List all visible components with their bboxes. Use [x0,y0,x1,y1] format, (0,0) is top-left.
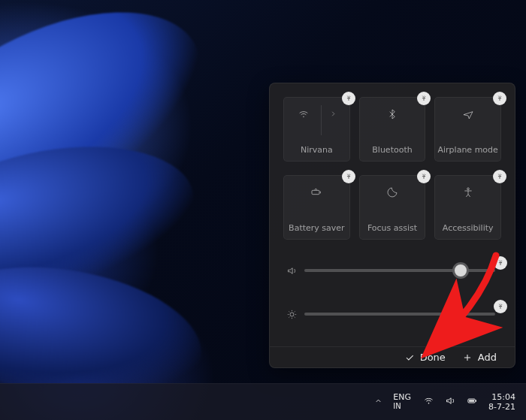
tile-label: Airplane mode [438,145,498,155]
svg-point-4 [428,403,430,404]
wifi-tray-icon[interactable] [423,395,434,409]
unpin-icon[interactable] [417,170,431,183]
language-indicator[interactable]: ENG IN [393,393,411,411]
wifi-icon [284,108,349,120]
svg-point-0 [303,116,304,118]
bluetooth-icon [360,108,425,120]
brightness-thumb[interactable] [449,306,465,322]
tile-label: Nirvana [301,145,333,155]
clock[interactable]: 15:04 8-7-21 [488,392,515,412]
volume-icon [283,265,300,276]
add-label: Add [478,352,497,363]
volume-tray-icon[interactable] [445,395,456,409]
add-button[interactable]: Add [462,352,497,363]
brightness-icon [283,309,300,320]
volume-slider[interactable] [283,259,501,282]
battery-tray-icon[interactable] [467,395,478,409]
unpin-icon[interactable] [417,92,431,105]
tile-label: Battery saver [289,223,344,233]
svg-point-2 [467,188,469,190]
done-label: Done [420,352,446,363]
check-icon [404,352,415,363]
unpin-icon[interactable] [342,170,355,183]
quick-settings-panel: Nirvana Bluetooth Airplane [269,83,515,368]
panel-footer: Done Add [270,346,515,367]
clock-date: 8-7-21 [488,402,515,412]
tile-focus-assist[interactable]: Focus assist [359,175,426,240]
brightness-slider[interactable] [283,303,501,325]
taskbar: ENG IN 15:04 8-7-21 [0,383,526,420]
focus-assist-icon [360,186,425,198]
svg-rect-1 [312,190,319,194]
tile-bluetooth[interactable]: Bluetooth [359,97,426,162]
unpin-icon[interactable] [493,92,506,105]
accessibility-icon [435,186,500,198]
language-line2: IN [393,402,411,411]
unpin-icon[interactable] [342,92,355,105]
svg-point-3 [290,313,294,316]
unpin-icon[interactable] [494,300,507,313]
tile-accessibility[interactable]: Accessibility [434,175,501,240]
tile-label: Focus assist [367,223,417,233]
unpin-icon[interactable] [494,256,507,270]
unpin-icon[interactable] [493,170,506,183]
tile-label: Accessibility [443,223,494,233]
battery-saver-icon [284,186,349,198]
tile-wifi[interactable]: Nirvana [283,97,350,162]
volume-thumb[interactable] [452,262,469,279]
tile-airplane[interactable]: Airplane mode [434,97,501,162]
language-line1: ENG [393,393,411,402]
clock-time: 15:04 [488,392,515,402]
done-button[interactable]: Done [404,352,446,363]
chevron-right-icon[interactable] [329,110,337,120]
tray-overflow-chevron-icon[interactable] [374,397,382,407]
plus-icon [462,352,473,363]
tile-label: Bluetooth [372,145,412,155]
tile-battery-saver[interactable]: Battery saver [283,175,350,240]
svg-rect-6 [469,400,474,402]
airplane-icon [435,108,500,120]
